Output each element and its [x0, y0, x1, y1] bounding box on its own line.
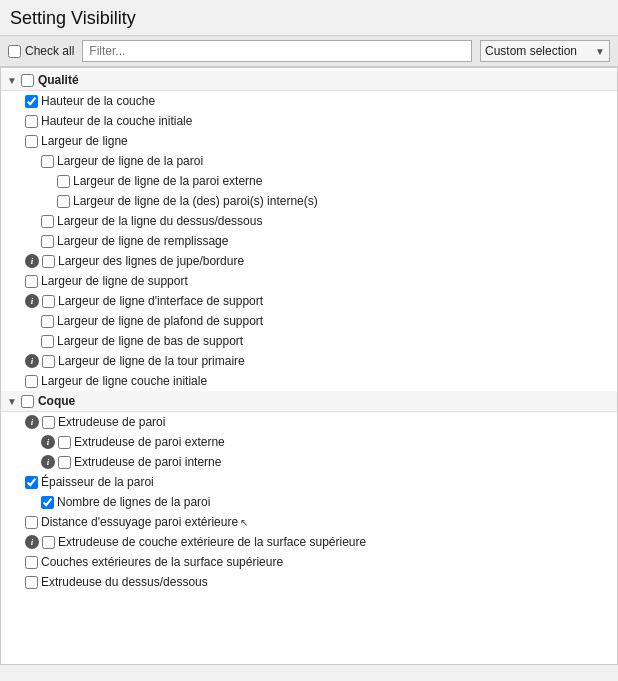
checkbox-extrudeuse_dessus_dessous[interactable]	[25, 576, 38, 589]
item-row-nombre_lignes_paroi: Nombre de lignes de la paroi	[1, 492, 617, 512]
checkbox-hauteur_couche_initiale[interactable]	[25, 115, 38, 128]
item-row-largeur_ligne_support: Largeur de ligne de support	[1, 271, 617, 291]
info-icon-extrudeuse_couche_ext_sup: i	[25, 535, 39, 549]
checkbox-extrudeuse_paroi[interactable]	[42, 416, 55, 429]
section-label-coque: Coque	[38, 394, 75, 408]
label-largeur_ligne_bas_support: Largeur de ligne de bas de support	[57, 334, 243, 348]
checkbox-largeur_ligne_interface_support[interactable]	[42, 295, 55, 308]
section-header-coque[interactable]: ▼ Coque	[1, 391, 617, 412]
checkbox-largeur_ligne_couche_initiale[interactable]	[25, 375, 38, 388]
label-largeur_ligne_paroi_interne: Largeur de ligne de la (des) paroi(s) in…	[73, 194, 318, 208]
checkbox-extrudeuse_paroi_externe[interactable]	[58, 436, 71, 449]
label-largeur_ligne: Largeur de ligne	[41, 134, 128, 148]
info-icon-extrudeuse_paroi_externe: i	[41, 435, 55, 449]
label-largeur_lignes_jupe: Largeur des lignes de jupe/bordure	[58, 254, 244, 268]
info-icon-largeur_ligne_tour_primaire: i	[25, 354, 39, 368]
item-row-hauteur_couche_initiale: Hauteur de la couche initiale	[1, 111, 617, 131]
label-largeur_ligne_support: Largeur de ligne de support	[41, 274, 188, 288]
item-row-largeur_ligne_paroi_interne: Largeur de ligne de la (des) paroi(s) in…	[1, 191, 617, 211]
info-icon-extrudeuse_paroi_interne: i	[41, 455, 55, 469]
label-hauteur_couche_initiale: Hauteur de la couche initiale	[41, 114, 192, 128]
page-title: Setting Visibility	[0, 0, 618, 35]
label-extrudeuse_paroi_interne: Extrudeuse de paroi interne	[74, 455, 221, 469]
item-row-largeur_ligne_paroi_externe: Largeur de ligne de la paroi externe	[1, 171, 617, 191]
item-row-largeur_ligne_couche_initiale: Largeur de ligne couche initiale	[1, 371, 617, 391]
label-hauteur_couche: Hauteur de la couche	[41, 94, 155, 108]
item-row-epaisseur_paroi: Épaisseur de la paroi	[1, 472, 617, 492]
check-all-checkbox[interactable]	[8, 45, 21, 58]
item-row-distance_essuyage: Distance d'essuyage paroi extérieure	[1, 512, 617, 532]
collapse-icon: ▼	[7, 75, 17, 86]
label-largeur_ligne_dessus_dessous: Largeur de la ligne du dessus/dessous	[57, 214, 262, 228]
item-row-largeur_ligne_bas_support: Largeur de ligne de bas de support	[1, 331, 617, 351]
label-largeur_ligne_tour_primaire: Largeur de ligne de la tour primaire	[58, 354, 245, 368]
filter-input[interactable]	[82, 40, 472, 62]
item-row-largeur_ligne_dessus_dessous: Largeur de la ligne du dessus/dessous	[1, 211, 617, 231]
item-row-extrudeuse_paroi_externe: iExtrudeuse de paroi externe	[1, 432, 617, 452]
checkbox-largeur_ligne_tour_primaire[interactable]	[42, 355, 55, 368]
item-row-extrudeuse_couche_ext_sup: iExtrudeuse de couche extérieure de la s…	[1, 532, 617, 552]
checkbox-largeur_lignes_jupe[interactable]	[42, 255, 55, 268]
item-row-largeur_ligne_interface_support: iLargeur de ligne d'interface de support	[1, 291, 617, 311]
label-largeur_ligne_remplissage: Largeur de ligne de remplissage	[57, 234, 228, 248]
label-extrudeuse_paroi_externe: Extrudeuse de paroi externe	[74, 435, 225, 449]
item-row-extrudeuse_dessus_dessous: Extrudeuse du dessus/dessous	[1, 572, 617, 592]
checkbox-epaisseur_paroi[interactable]	[25, 476, 38, 489]
check-all-label[interactable]: Check all	[8, 44, 74, 58]
item-row-largeur_ligne_tour_primaire: iLargeur de ligne de la tour primaire	[1, 351, 617, 371]
checkbox-nombre_lignes_paroi[interactable]	[41, 496, 54, 509]
info-icon-largeur_lignes_jupe: i	[25, 254, 39, 268]
checkbox-extrudeuse_couche_ext_sup[interactable]	[42, 536, 55, 549]
toolbar: Check all Custom selection ▼	[0, 35, 618, 67]
label-largeur_ligne_couche_initiale: Largeur de ligne couche initiale	[41, 374, 207, 388]
checkbox-couches_ext_surface_sup[interactable]	[25, 556, 38, 569]
item-row-largeur_lignes_jupe: iLargeur des lignes de jupe/bordure	[1, 251, 617, 271]
collapse-icon: ▼	[7, 396, 17, 407]
item-row-largeur_ligne_plafond_support: Largeur de ligne de plafond de support	[1, 311, 617, 331]
item-row-extrudeuse_paroi_interne: iExtrudeuse de paroi interne	[1, 452, 617, 472]
checkbox-largeur_ligne_paroi_interne[interactable]	[57, 195, 70, 208]
settings-list: ▼ Qualité Hauteur de la coucheHauteur de…	[1, 68, 617, 594]
checkbox-extrudeuse_paroi_interne[interactable]	[58, 456, 71, 469]
checkbox-largeur_ligne_support[interactable]	[25, 275, 38, 288]
item-row-couches_ext_surface_sup: Couches extérieures de la surface supéri…	[1, 552, 617, 572]
checkbox-largeur_ligne_remplissage[interactable]	[41, 235, 54, 248]
check-all-text: Check all	[25, 44, 74, 58]
checkbox-hauteur_couche[interactable]	[25, 95, 38, 108]
checkbox-largeur_ligne_paroi_externe[interactable]	[57, 175, 70, 188]
checkbox-largeur_ligne_paroi[interactable]	[41, 155, 54, 168]
label-largeur_ligne_paroi: Largeur de ligne de la paroi	[57, 154, 203, 168]
section-header-qualite[interactable]: ▼ Qualité	[1, 70, 617, 91]
item-row-largeur_ligne: Largeur de ligne	[1, 131, 617, 151]
label-largeur_ligne_paroi_externe: Largeur de ligne de la paroi externe	[73, 174, 262, 188]
dropdown-arrow-icon: ▼	[595, 46, 605, 57]
checkbox-distance_essuyage[interactable]	[25, 516, 38, 529]
item-row-extrudeuse_paroi: iExtrudeuse de paroi	[1, 412, 617, 432]
label-extrudeuse_couche_ext_sup: Extrudeuse de couche extérieure de la su…	[58, 535, 366, 549]
item-row-largeur_ligne_paroi: Largeur de ligne de la paroi	[1, 151, 617, 171]
section-checkbox-coque[interactable]	[21, 395, 34, 408]
section-checkbox-qualite[interactable]	[21, 74, 34, 87]
checkbox-largeur_ligne_dessus_dessous[interactable]	[41, 215, 54, 228]
checkbox-largeur_ligne_plafond_support[interactable]	[41, 315, 54, 328]
custom-selection-dropdown[interactable]: Custom selection ▼	[480, 40, 610, 62]
item-row-hauteur_couche: Hauteur de la couche	[1, 91, 617, 111]
label-nombre_lignes_paroi: Nombre de lignes de la paroi	[57, 495, 210, 509]
info-icon-extrudeuse_paroi: i	[25, 415, 39, 429]
settings-scroll-area: ▼ Qualité Hauteur de la coucheHauteur de…	[0, 67, 618, 665]
label-largeur_ligne_plafond_support: Largeur de ligne de plafond de support	[57, 314, 263, 328]
dropdown-label: Custom selection	[485, 44, 577, 58]
item-row-largeur_ligne_remplissage: Largeur de ligne de remplissage	[1, 231, 617, 251]
label-epaisseur_paroi: Épaisseur de la paroi	[41, 475, 154, 489]
section-label-qualite: Qualité	[38, 73, 79, 87]
label-extrudeuse_paroi: Extrudeuse de paroi	[58, 415, 165, 429]
label-extrudeuse_dessus_dessous: Extrudeuse du dessus/dessous	[41, 575, 208, 589]
checkbox-largeur_ligne[interactable]	[25, 135, 38, 148]
label-largeur_ligne_interface_support: Largeur de ligne d'interface de support	[58, 294, 263, 308]
checkbox-largeur_ligne_bas_support[interactable]	[41, 335, 54, 348]
label-couches_ext_surface_sup: Couches extérieures de la surface supéri…	[41, 555, 283, 569]
label-distance_essuyage: Distance d'essuyage paroi extérieure	[41, 515, 248, 529]
info-icon-largeur_ligne_interface_support: i	[25, 294, 39, 308]
